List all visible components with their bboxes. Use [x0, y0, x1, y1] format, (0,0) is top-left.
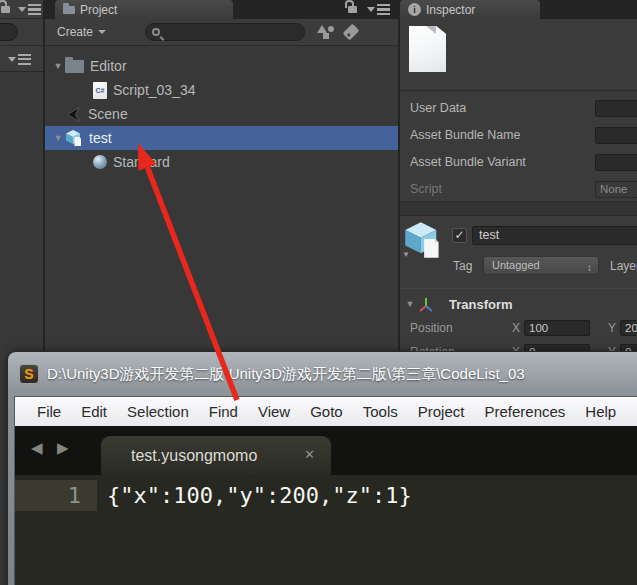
- tabstrip: test.yusongmomo: [15, 426, 637, 475]
- tree-item-editor[interactable]: Editor: [45, 54, 398, 78]
- prefab-cube-icon: [65, 129, 83, 147]
- component-divider: [400, 288, 637, 289]
- asset-bundle-name-label: Asset Bundle Name: [410, 128, 520, 142]
- menu-view[interactable]: View: [248, 403, 300, 420]
- section-separator: [400, 201, 637, 216]
- pane-menu-icon[interactable]: [367, 4, 390, 15]
- menu-tools[interactable]: Tools: [353, 403, 408, 420]
- folder-icon: [63, 6, 75, 14]
- line-number: 1: [15, 480, 97, 511]
- user-data-row: User Data: [400, 100, 637, 118]
- pane-menu-icon[interactable]: [8, 54, 31, 65]
- menu-help[interactable]: Help: [575, 403, 626, 420]
- tab-label: test.yusongmomo: [131, 447, 257, 465]
- csharp-script-icon: [93, 82, 107, 99]
- document-fold-decoration: [426, 26, 436, 34]
- lock-icon[interactable]: [348, 6, 357, 13]
- tab-test-yusongmomo[interactable]: test.yusongmomo: [101, 436, 331, 475]
- search-by-type-button[interactable]: [313, 22, 337, 42]
- tag-label: Tag: [453, 259, 472, 273]
- tree-item-scene[interactable]: Scene: [45, 102, 398, 126]
- tree-item-script-03-34[interactable]: Script_03_34: [45, 78, 398, 102]
- foldout-caret-icon: [51, 109, 65, 119]
- asset-bundle-variant-label: Asset Bundle Variant: [410, 155, 526, 169]
- transform-header[interactable]: Transform: [400, 294, 637, 314]
- x-axis-label: X: [512, 321, 520, 335]
- tree-item-test[interactable]: test: [45, 126, 398, 150]
- search-field-edge[interactable]: [0, 23, 18, 41]
- search-input[interactable]: [145, 23, 305, 41]
- back-icon[interactable]: [31, 439, 43, 457]
- search-by-type-icon: [317, 25, 334, 39]
- transform-axes-icon: [417, 296, 435, 313]
- sublime-logo-icon: [19, 364, 39, 384]
- create-button-label: Create: [57, 25, 93, 39]
- foldout-caret-icon[interactable]: [402, 250, 410, 259]
- active-checkbox[interactable]: [452, 228, 467, 243]
- code-text: {"x":100,"y":200,"z":1}: [97, 480, 412, 511]
- tag-dropdown[interactable]: Untagged: [483, 256, 599, 275]
- position-y-field[interactable]: 200: [620, 320, 637, 336]
- menubar: File Edit Selection Find View Goto Tools…: [15, 397, 637, 426]
- menu-goto[interactable]: Goto: [300, 403, 353, 420]
- tree-item-label: Script_03_34: [113, 82, 196, 98]
- menu-selection[interactable]: Selection: [117, 403, 199, 420]
- foldout-caret-icon[interactable]: [403, 299, 417, 309]
- script-object-field[interactable]: None: [595, 181, 637, 198]
- sublime-text-window: D:\Unity3D游戏开发第二版\Unity3D游戏开发第二版\第三章\Cod…: [8, 352, 637, 585]
- menu-find[interactable]: Find: [199, 403, 248, 420]
- tree-item-label: Editor: [90, 58, 127, 74]
- menu-file[interactable]: File: [27, 403, 71, 420]
- lock-icon[interactable]: [1, 6, 10, 13]
- menu-project[interactable]: Project: [408, 403, 475, 420]
- user-data-field[interactable]: [595, 100, 637, 117]
- project-toolbar: Create: [45, 19, 398, 46]
- left-pane-toolbar: [0, 19, 43, 46]
- position-row: Position X 100 Y 200: [400, 320, 637, 338]
- search-by-label-button[interactable]: [339, 22, 363, 42]
- tree-item-label: Standard: [113, 154, 170, 170]
- tree-item-label: test: [89, 130, 112, 146]
- left-pane-subheader: [0, 46, 43, 72]
- asset-bundle-variant-field[interactable]: [595, 154, 637, 171]
- window-titlebar[interactable]: D:\Unity3D游戏开发第二版\Unity3D游戏开发第二版\第三章\Cod…: [8, 352, 637, 396]
- foldout-caret-icon[interactable]: [51, 61, 65, 71]
- layer-label: Layer: [610, 259, 637, 273]
- create-button[interactable]: Create: [53, 23, 110, 41]
- unity-scene-icon: [65, 106, 82, 123]
- asset-bundle-name-row: Asset Bundle Name: [400, 127, 637, 145]
- menu-edit[interactable]: Edit: [71, 403, 117, 420]
- code-area[interactable]: 1 {"x":100,"y":200,"z":1}: [15, 475, 637, 585]
- material-sphere-icon: [93, 155, 107, 169]
- foldout-caret-icon[interactable]: [51, 133, 65, 143]
- gameobject-name-field[interactable]: test: [472, 226, 637, 245]
- screenshot-root: Project Create: [0, 0, 637, 585]
- position-x-field[interactable]: 100: [524, 320, 590, 336]
- tab-project[interactable]: Project: [55, 0, 233, 19]
- close-icon[interactable]: [304, 447, 315, 462]
- menu-preferences[interactable]: Preferences: [474, 403, 575, 420]
- tree-item-standard[interactable]: Standard: [45, 150, 398, 174]
- divider: [400, 90, 637, 91]
- search-by-label-icon: [343, 24, 360, 41]
- project-tabbar: Project: [45, 0, 398, 19]
- script-label: Script: [410, 182, 442, 196]
- chevron-down-icon: [98, 30, 106, 34]
- asset-bundle-variant-row: Asset Bundle Variant: [400, 154, 637, 172]
- inspector-tabbar: Inspector: [400, 0, 637, 19]
- script-row: Script None: [400, 181, 637, 199]
- pane-menu-icon[interactable]: [18, 4, 41, 15]
- asset-bundle-name-field[interactable]: [595, 127, 637, 144]
- y-axis-label: Y: [608, 321, 616, 335]
- window-body: File Edit Selection Find View Goto Tools…: [14, 396, 637, 585]
- forward-icon[interactable]: [57, 439, 69, 457]
- search-icon: [152, 28, 160, 36]
- tab-inspector[interactable]: Inspector: [400, 0, 540, 19]
- tree-item-label: Scene: [88, 106, 128, 122]
- tab-inspector-label: Inspector: [426, 3, 475, 17]
- info-icon: [408, 3, 421, 16]
- user-data-label: User Data: [410, 101, 466, 115]
- folder-icon: [65, 60, 84, 73]
- transform-title: Transform: [449, 297, 513, 312]
- tab-project-label: Project: [80, 3, 117, 17]
